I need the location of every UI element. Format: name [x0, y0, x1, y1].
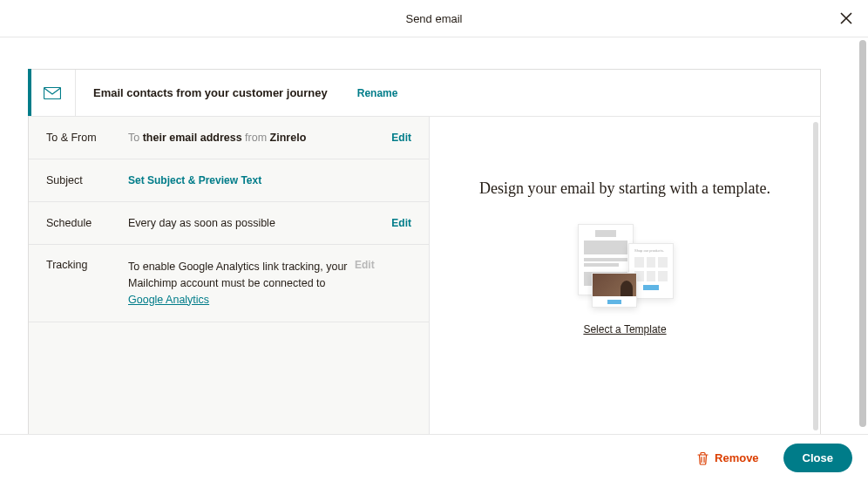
modal-title: Send email [405, 12, 462, 25]
trash-icon [696, 451, 709, 465]
close-button[interactable]: Close [783, 444, 852, 472]
remove-label: Remove [715, 451, 759, 464]
to-from-content: To their email address from Zinrelo [128, 132, 391, 144]
set-subject-link[interactable]: Set Subject & Preview Text [128, 174, 261, 186]
right-column: Design your email by starting with a tem… [430, 117, 820, 434]
panel-body: To & From To their email address from Zi… [29, 117, 820, 434]
to-value: their email address [143, 132, 242, 144]
row-label: Schedule [46, 217, 128, 229]
schedule-value: Every day as soon as possible [128, 217, 391, 229]
rename-link[interactable]: Rename [357, 87, 398, 99]
from-value: Zinrelo [270, 132, 307, 144]
row-label: Tracking [46, 259, 128, 271]
envelope-icon [29, 70, 76, 116]
close-icon[interactable] [837, 9, 856, 28]
scrollbar[interactable] [813, 122, 818, 430]
content-area: Email contacts from your customer journe… [0, 37, 868, 434]
modal-header: Send email [0, 0, 868, 37]
remove-button[interactable]: Remove [696, 451, 759, 465]
subject-content: Set Subject & Preview Text [128, 174, 411, 186]
tracking-desc: To enable Google Analytics link tracking… [128, 261, 348, 289]
to-prefix: To [128, 132, 143, 144]
email-panel: Email contacts from your customer journe… [28, 69, 821, 434]
edit-to-from[interactable]: Edit [391, 132, 411, 144]
accent-bar [28, 69, 31, 116]
modal-footer: Remove Close [0, 434, 868, 481]
row-schedule: Schedule Every day as soon as possible E… [29, 202, 429, 245]
left-column: To & From To their email address from Zi… [29, 117, 430, 434]
panel-header: Email contacts from your customer journe… [29, 70, 820, 117]
scrollbar[interactable] [859, 40, 866, 427]
edit-tracking: Edit [355, 259, 375, 271]
row-label: Subject [46, 174, 128, 186]
row-subject: Subject Set Subject & Preview Text [29, 159, 429, 202]
google-analytics-link[interactable]: Google Analytics [128, 294, 209, 306]
row-to-from: To & From To their email address from Zi… [29, 117, 429, 159]
design-heading: Design your email by starting with a tem… [479, 180, 770, 198]
template-preview-graphic: Shop our products. [574, 224, 675, 308]
row-tracking: Tracking To enable Google Analytics link… [29, 245, 429, 322]
edit-schedule[interactable]: Edit [391, 217, 411, 229]
panel-title: Email contacts from your customer journe… [76, 86, 328, 99]
from-prefix: from [242, 132, 270, 144]
select-template-link[interactable]: Select a Template [583, 323, 666, 335]
row-label: To & From [46, 132, 128, 144]
tracking-text: To enable Google Analytics link tracking… [128, 259, 355, 308]
